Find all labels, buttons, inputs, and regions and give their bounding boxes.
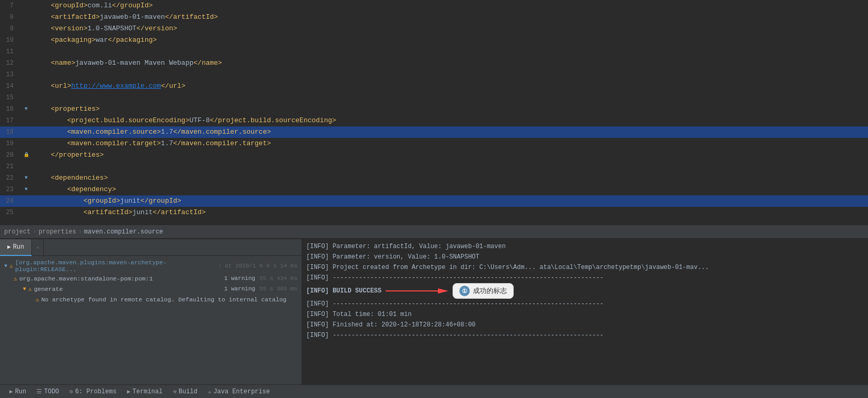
code-container: 7 <groupId>com.li</groupId>8 <artifactId… [0,0,868,225]
fold-icon[interactable]: ▼ [25,172,28,184]
status-label-2: 6: Problems [75,388,117,395]
line-number: 8 [0,11,20,23]
code-line-8: 8 <artifactId>javaweb-01-maven</artifact… [0,11,868,23]
status-item-todo[interactable]: ☰TODO [31,385,64,399]
line-content: <packaging>war</packaging> [32,34,868,46]
red-arrow-svg [386,286,448,296]
tab-close-button[interactable]: ✕ [32,239,44,256]
line-content: <maven.compiler.target>1.7</maven.compil… [32,138,868,149]
line-content: <project.build.sourceEncoding>UTF-8</pro… [32,115,868,126]
line-gutter: ▼ [20,103,32,115]
warn-icon: ⚠ [9,262,13,270]
code-line-17: 17 <project.build.sourceEncoding>UTF-8</… [0,115,868,126]
code-line-22: 22▼ <dependencies> [0,172,868,184]
editor-area: 7 <groupId>com.li</groupId>8 <artifactId… [0,0,868,238]
code-line-18: 18 <maven.compiler.source>1.7</maven.com… [0,126,868,138]
status-icon-0: ▶ [9,388,13,395]
line-number: 11 [0,46,20,57]
right-panel: [INFO] Parameter: artifactId, Value: jav… [302,239,868,384]
line-number: 7 [0,0,20,11]
line-number: 21 [0,161,20,172]
tree-item-archetype-warning[interactable]: ⚠ No archetype found in remote catalog. … [0,295,302,305]
code-line-23: 23▼ <dependency> [0,184,868,195]
line-gutter: ▼ [20,184,32,195]
line-number: 10 [0,34,20,46]
line-number: 22 [0,172,20,184]
status-icon-2: ⊙ [70,388,73,395]
line-content: <artifactId>javaweb-01-maven</artifactId… [32,11,868,23]
code-line-12: 12 <name>javaweb-01-maven Maven Webapp</… [0,57,868,69]
status-item-build[interactable]: ⚒Build [168,385,203,399]
tree-item-plugin[interactable]: ▼ ⚠ [org.apache.maven.plugins:maven-arch… [0,258,302,274]
status-icon-3: ▶ [127,388,131,395]
status-label-1: TODO [44,388,59,395]
console-line-0: [INFO] Parameter: artifactId, Value: jav… [306,241,864,252]
tree-generate-warn: 1 warning [224,286,255,292]
tree-plugin-label: [org.apache.maven.plugins:maven-archetyp… [15,259,216,273]
line-number: 24 [0,195,20,207]
status-item-java-enterprise[interactable]: ☕Java Enterprise [203,385,275,399]
line-gutter: 🔒 [20,149,32,161]
line-content: <dependencies> [32,172,868,184]
console-line-5: [INFO] ---------------------------------… [306,299,864,309]
left-panel-content[interactable]: ▼ ⚠ [org.apache.maven.plugins:maven-arch… [0,256,302,384]
line-content: <dependency> [32,184,868,195]
code-line-13: 13 [0,69,868,80]
line-content: <version>1.0-SNAPSHOT</version> [32,23,868,34]
build-success-text: [INFO] BUILD SUCCESS [306,286,381,296]
line-content: <maven.compiler.source>1.7</maven.compil… [32,126,868,138]
code-line-24: 24 <groupId>junit</groupId> [0,195,868,207]
code-line-7: 7 <groupId>com.li</groupId> [0,0,868,11]
tree-generate-label: generate [34,286,222,292]
line-content: <url>http://www.example.com</url> [32,80,868,92]
fold-icon[interactable]: ▼ [25,103,28,115]
lock-icon: 🔒 [24,149,29,161]
line-number: 25 [0,207,20,218]
tree-generate-time: 55 s 389 ms [259,286,297,292]
svg-marker-1 [438,288,448,294]
status-label-5: Java Enterprise [213,388,270,395]
bottom-panels: ▶ Run ✕ ▼ ⚠ [org.apache.maven.plugins:ma… [0,238,868,384]
breadcrumb-sep-1: › [32,228,36,236]
annotation-bubble: ①成功的标志 [453,283,514,299]
status-item-6:-problems[interactable]: ⊙6: Problems [64,385,122,399]
status-bar: ▶Run☰TODO⊙6: Problems▶Terminal⚒Build☕Jav… [0,384,868,398]
breadcrumb: project › properties › maven.compiler.so… [0,225,868,238]
breadcrumb-properties[interactable]: properties [39,228,76,236]
tree-item-generate[interactable]: ▼ ⚠ generate 1 warning 55 s 389 ms [0,284,302,295]
code-line-21: 21 [0,161,868,172]
status-item-terminal[interactable]: ▶Terminal [122,385,168,399]
breadcrumb-project[interactable]: project [4,228,30,236]
run-icon: ▶ [7,243,11,250]
code-line-11: 11 [0,46,868,57]
expand-arrow-generate[interactable]: ▼ [23,286,26,292]
line-number: 9 [0,23,20,34]
console-content[interactable]: [INFO] Parameter: artifactId, Value: jav… [302,239,868,384]
line-number: 18 [0,126,20,138]
code-line-16: 16▼ <properties> [0,103,868,115]
code-line-10: 10 <packaging>war</packaging> [0,34,868,46]
line-number: 19 [0,138,20,149]
status-label-3: Terminal [133,388,163,395]
panel-tabs: ▶ Run ✕ [0,239,302,256]
code-line-25: 25 <artifactId>junit</artifactId> [0,207,868,218]
status-icon-4: ⚒ [173,388,177,395]
console-line-7: [INFO] Finished at: 2020-12-18T20:28:46+… [306,320,864,330]
line-number: 23 [0,184,20,195]
tab-run[interactable]: ▶ Run [0,239,32,256]
annotation-number: ① [459,286,470,296]
console-line-2: [INFO] Project created from Archetype in… [306,262,864,273]
line-number: 15 [0,92,20,103]
line-content: <artifactId>junit</artifactId> [32,207,868,218]
status-item-run[interactable]: ▶Run [4,385,31,399]
tree-item-pom[interactable]: ⚠ org.apache.maven:standalone-pom:pom:1 … [0,274,302,284]
line-content: <properties> [32,103,868,115]
status-label-4: Build [179,388,198,395]
code-line-9: 9 <version>1.0-SNAPSHOT</version> [0,23,868,34]
line-content: <groupId>com.li</groupId> [32,0,868,11]
expand-arrow[interactable]: ▼ [4,263,7,269]
fold-icon[interactable]: ▼ [25,184,28,195]
warn-icon-archetype: ⚠ [36,296,39,303]
breadcrumb-source[interactable]: maven.compiler.source [84,228,163,236]
line-content: <name>javaweb-01-maven Maven Webapp</nam… [32,57,868,69]
